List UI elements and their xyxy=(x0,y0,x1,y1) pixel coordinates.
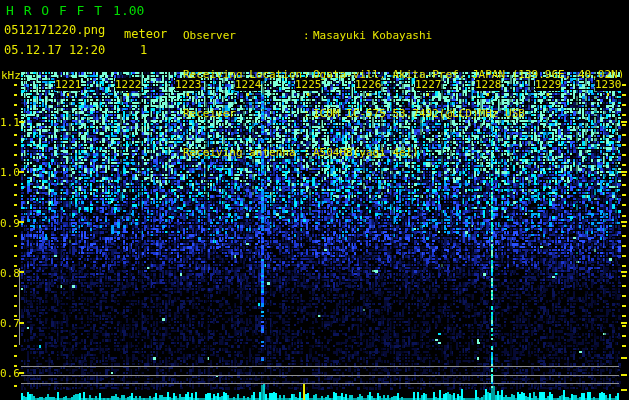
timestamp: 05.12.17 12:20 xyxy=(4,43,105,57)
info-row-antenna: Receiving antenna:A504HB(yagi 4el) xyxy=(183,146,624,159)
observer-label: Observer xyxy=(183,29,303,42)
y-tick-1-0: 1.0 xyxy=(0,166,16,179)
x-tick-1222: 1222 xyxy=(115,78,141,91)
colon: : xyxy=(303,107,313,120)
x-tick-1229: 1229 xyxy=(535,78,561,91)
mode-label: meteor xyxy=(124,27,167,41)
x-tick-1225: 1225 xyxy=(295,78,321,91)
y-axis-unit-label: kHz xyxy=(1,69,21,82)
receiver-value: ICOM IC-575 53.7492(@LCD)MHz USB xyxy=(313,107,525,120)
colon: : xyxy=(303,29,313,42)
hrofft-screen: { "header": { "title": "H R O F F T", "v… xyxy=(0,0,629,400)
info-row-observer: Observer:Masayuki Kobayashi xyxy=(183,29,624,42)
x-tick-1223: 1223 xyxy=(175,78,201,91)
app-title: H R O F F T xyxy=(6,3,103,18)
output-filename: 0512171220.png xyxy=(4,23,105,37)
y-tick-0-7: 0.7 xyxy=(0,317,16,330)
colon: : xyxy=(303,146,313,159)
y-tick-0-8: 0.8 xyxy=(0,267,16,280)
y-tick-0-9: 0.9 xyxy=(0,217,16,230)
antenna-label: Receiving antenna xyxy=(183,146,303,159)
x-tick-1221: 1221 xyxy=(55,78,81,91)
x-tick-1228: 1228 xyxy=(475,78,501,91)
x-tick-1226: 1226 xyxy=(355,78,381,91)
receiver-label: Receiver xyxy=(183,107,303,120)
observer-value: Masayuki Kobayashi xyxy=(313,29,432,42)
x-tick-1230: 1230 xyxy=(595,78,621,91)
y-tick-1-1: 1.1 xyxy=(0,116,16,129)
y-tick-0-6: 0.6 xyxy=(0,367,16,380)
app-version: 1.00 xyxy=(113,3,144,18)
x-tick-1224: 1224 xyxy=(235,78,261,91)
antenna-value: A504HB(yagi 4el) xyxy=(313,146,419,159)
meteor-count: 1 xyxy=(140,43,147,57)
x-tick-1227: 1227 xyxy=(415,78,441,91)
app-title-row: H R O F F T1.00 xyxy=(6,3,144,18)
info-row-receiver: Receiver:ICOM IC-575 53.7492(@LCD)MHz US… xyxy=(183,107,624,120)
